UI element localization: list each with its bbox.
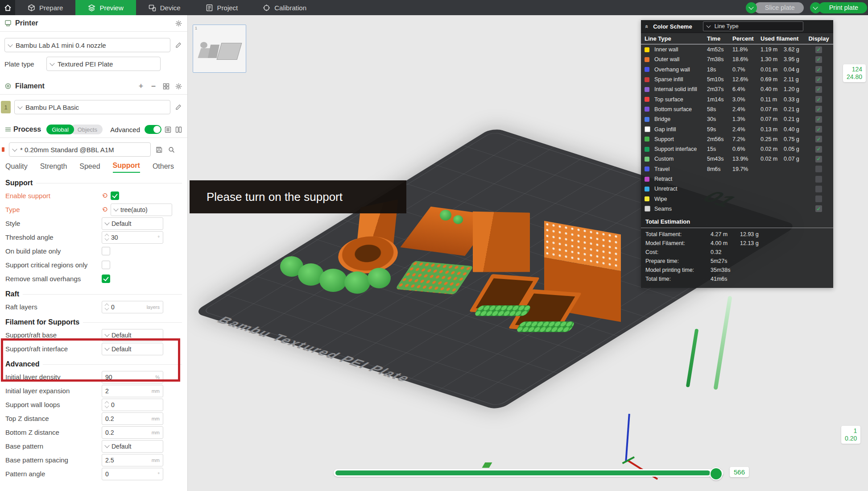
checkbox-checked[interactable] xyxy=(102,275,110,283)
step-slider[interactable] xyxy=(334,469,723,477)
search-settings-button[interactable] xyxy=(167,145,176,154)
plate-thumbnail[interactable]: 1 xyxy=(193,25,246,73)
select-style[interactable]: Default xyxy=(102,217,163,230)
display-checkbox-checked[interactable]: ✓ xyxy=(815,106,822,112)
view-mode-value: Line Type xyxy=(715,23,739,29)
undo-icon[interactable] xyxy=(102,193,108,199)
line-type-len: 0.07 m xyxy=(761,116,784,122)
display-checkbox-checked[interactable]: ✓ xyxy=(815,46,822,53)
display-checkbox-checked[interactable]: ✓ xyxy=(815,205,822,212)
unit-label: % xyxy=(155,374,160,380)
layer-range-bottom-badge[interactable]: 1 0.20 xyxy=(841,426,860,444)
process-tab-speed[interactable]: Speed xyxy=(79,162,100,173)
viewport-3d[interactable]: Bambu Textured PEI Plate 01 1 Please tur… xyxy=(187,15,868,491)
setting-label: Base pattern spacing xyxy=(5,456,102,464)
add-filament-button[interactable]: + xyxy=(136,82,145,91)
display-checkbox-checked[interactable]: ✓ xyxy=(815,116,822,123)
undo-icon[interactable] xyxy=(102,207,108,213)
model-wall[interactable] xyxy=(473,202,530,283)
home-button[interactable] xyxy=(0,0,15,15)
display-checkbox-checked[interactable]: ✓ xyxy=(815,56,822,63)
tab-device[interactable]: Device xyxy=(136,0,193,15)
spin-down-icon[interactable] xyxy=(105,404,109,408)
filament-edit-button[interactable] xyxy=(174,103,183,112)
layer-range-top-badge[interactable]: 124 24.80 xyxy=(843,64,866,82)
layer-bottom-height: 0.20 xyxy=(845,435,857,442)
select-base-pattern[interactable]: Default xyxy=(102,440,163,453)
checkbox-unchecked[interactable] xyxy=(102,247,110,255)
filament-color-chip[interactable]: 1 xyxy=(1,101,11,113)
parameter-list-button[interactable] xyxy=(163,125,172,134)
display-checkbox-unchecked[interactable] xyxy=(815,176,822,183)
process-tab-strength[interactable]: Strength xyxy=(40,162,67,173)
gear-icon xyxy=(175,83,182,90)
input-base-pattern-spacing[interactable]: 2.5mm xyxy=(102,454,163,466)
collapse-icon[interactable]: « xyxy=(644,25,650,28)
display-checkbox-checked[interactable]: ✓ xyxy=(815,126,822,133)
line-type-percent: 18.6% xyxy=(732,56,761,62)
display-checkbox-checked[interactable]: ✓ xyxy=(815,96,822,103)
checkbox-checked[interactable] xyxy=(111,191,119,200)
input-top-z-distance[interactable]: 0.2mm xyxy=(102,412,163,425)
spinner-arrows[interactable] xyxy=(105,234,108,240)
select-support-raft-base[interactable]: Default xyxy=(102,329,163,341)
ams-mapping-button[interactable] xyxy=(161,82,170,91)
checkbox-unchecked[interactable] xyxy=(102,261,110,269)
input-initial-layer-density[interactable]: 90% xyxy=(102,371,163,383)
spinner-support-wall-loops[interactable]: 0 xyxy=(102,399,163,411)
tab-project[interactable]: Project xyxy=(193,0,251,15)
display-checkbox-unchecked[interactable] xyxy=(815,166,822,172)
spinner-raft-layers[interactable]: 0layers xyxy=(102,301,163,313)
slice-dropdown-button[interactable] xyxy=(746,2,757,13)
process-tab-support[interactable]: Support xyxy=(113,162,140,173)
tab-calibration[interactable]: Calibration xyxy=(250,0,319,15)
printer-select[interactable]: Bambu Lab A1 mini 0.4 nozzle xyxy=(4,38,170,52)
save-preset-button[interactable] xyxy=(154,145,163,154)
display-checkbox-checked[interactable]: ✓ xyxy=(815,136,822,142)
display-checkbox-checked[interactable]: ✓ xyxy=(815,146,822,153)
step-slider-handle[interactable] xyxy=(710,467,723,480)
spinner-arrows[interactable] xyxy=(105,402,108,408)
display-checkbox-unchecked[interactable] xyxy=(815,196,822,202)
plate-type-select[interactable]: Textured PEI Plate xyxy=(46,57,161,71)
tab-preview[interactable]: Preview xyxy=(75,0,136,15)
compare-presets-button[interactable] xyxy=(174,125,183,134)
select-support-raft-interface[interactable]: Default xyxy=(102,343,163,355)
line-type-time: 5m10s xyxy=(707,76,732,83)
objects-pill[interactable]: Objects xyxy=(70,125,103,134)
display-checkbox-checked[interactable]: ✓ xyxy=(815,66,822,73)
printer-edit-button[interactable] xyxy=(174,41,183,50)
spinner-threshold-angle[interactable]: 30° xyxy=(102,231,163,244)
display-checkbox-checked[interactable]: ✓ xyxy=(815,76,822,83)
line-type-name: Travel xyxy=(654,166,707,172)
spin-down-icon[interactable] xyxy=(105,306,109,311)
tab-prepare[interactable]: Prepare xyxy=(15,0,75,15)
remove-filament-button[interactable]: − xyxy=(149,82,158,91)
process-preset-select[interactable]: * 0.20mm Standard @BBL A1M xyxy=(9,142,151,157)
process-tab-others[interactable]: Others xyxy=(153,162,174,173)
unit-label: ° xyxy=(158,235,160,240)
setting-label: Threshold angle xyxy=(5,233,102,241)
advanced-toggle[interactable] xyxy=(145,125,161,134)
print-plate-button[interactable]: Print plate xyxy=(818,2,867,13)
slice-plate-button[interactable]: Slice plate xyxy=(754,2,804,13)
select-type[interactable]: tree(auto) xyxy=(111,204,172,216)
print-dropdown-button[interactable] xyxy=(810,2,821,13)
process-tab-quality[interactable]: Quality xyxy=(5,162,28,173)
display-checkbox-unchecked[interactable] xyxy=(815,186,822,192)
input-bottom-z-distance[interactable]: 0.2mm xyxy=(102,426,163,439)
line-type-weight: 0.75 g xyxy=(784,136,808,142)
setting-control: 2mm xyxy=(102,385,177,397)
input-initial-layer-expansion[interactable]: 2mm xyxy=(102,385,163,397)
view-mode-select[interactable]: Line Type xyxy=(703,21,803,31)
spin-down-icon[interactable] xyxy=(105,237,109,241)
filament-select[interactable]: Bambu PLA Basic xyxy=(14,100,170,114)
display-checkbox-checked[interactable]: ✓ xyxy=(815,156,822,162)
spinner-arrows[interactable] xyxy=(105,304,108,310)
global-pill[interactable]: Global xyxy=(46,125,74,134)
printer-settings-button[interactable] xyxy=(174,19,183,28)
input-pattern-angle[interactable]: 0° xyxy=(102,468,163,480)
display-checkbox-checked[interactable]: ✓ xyxy=(815,86,822,93)
filament-settings-button[interactable] xyxy=(174,82,183,91)
unit-label: layers xyxy=(147,304,160,310)
